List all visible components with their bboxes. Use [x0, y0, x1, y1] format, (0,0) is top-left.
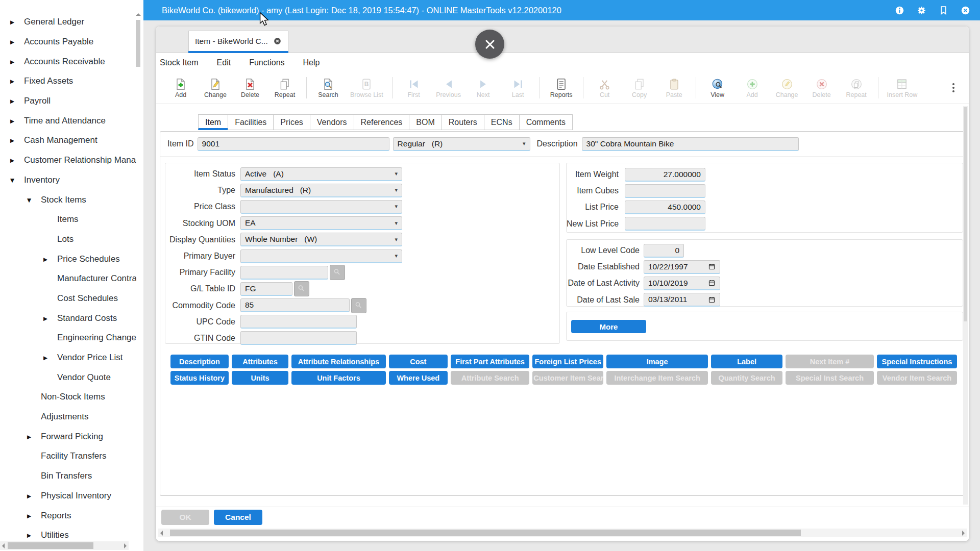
- chevron-right-icon[interactable]: ▶: [10, 118, 24, 124]
- document-tab[interactable]: Item - BikeWorld C...: [188, 31, 288, 51]
- sidebar-item-non-stock-items[interactable]: Non-Stock Items: [0, 387, 136, 407]
- tab-item[interactable]: Item: [198, 114, 228, 130]
- calendar-icon[interactable]: [708, 296, 716, 304]
- toolbar-reports-button[interactable]: Reports: [544, 77, 579, 99]
- chevron-right-icon[interactable]: ▶: [10, 98, 24, 104]
- chevron-right-icon[interactable]: ▶: [43, 315, 57, 321]
- new-list-price-input[interactable]: [625, 217, 705, 231]
- window-close-button[interactable]: [475, 30, 504, 59]
- scroll-right-icon[interactable]: [124, 543, 127, 548]
- sidebar-item-manufacturer-contra[interactable]: Manufacturer Contra: [0, 269, 136, 289]
- tab-comments[interactable]: Comments: [519, 114, 573, 130]
- tab-close-icon[interactable]: [273, 37, 282, 45]
- scrollbar-thumb[interactable]: [136, 20, 140, 67]
- attributes-button[interactable]: Attributes: [232, 355, 288, 368]
- chevron-right-icon[interactable]: ▶: [27, 532, 41, 538]
- sidebar-item-vendor-price-list[interactable]: ▶Vendor Price List: [0, 348, 136, 368]
- sidebar-item-reports[interactable]: ▶Reports: [0, 506, 136, 525]
- tab-facilities[interactable]: Facilities: [228, 114, 274, 130]
- primary-facility-input[interactable]: [240, 266, 328, 280]
- sidebar-item-items[interactable]: Items: [0, 210, 136, 230]
- special-instructions-button[interactable]: Special Instructions: [877, 355, 957, 368]
- sidebar-item-fixed-assets[interactable]: ▶Fixed Assets: [0, 71, 136, 91]
- status-history-button[interactable]: Status History: [170, 371, 229, 385]
- sidebar-item-bin-transfers[interactable]: Bin Transfers: [0, 466, 136, 486]
- tab-ecns[interactable]: ECNs: [484, 114, 520, 130]
- sidebar-horizontal-scrollbar[interactable]: [0, 541, 129, 550]
- scrollbar-thumb[interactable]: [964, 107, 967, 321]
- ok-button[interactable]: OK: [161, 510, 209, 525]
- item-cubes-input[interactable]: [625, 184, 705, 198]
- toolbar-add-button[interactable]: Add: [163, 77, 198, 99]
- chevron-right-icon[interactable]: ▶: [10, 19, 24, 25]
- primary-buyer-select[interactable]: ▾: [240, 249, 402, 263]
- sidebar-item-standard-costs[interactable]: ▶Standard Costs: [0, 308, 136, 328]
- gtin-code-input[interactable]: [240, 331, 357, 345]
- toolbar-search-button[interactable]: Search: [311, 77, 346, 99]
- sidebar-item-cash-management[interactable]: ▶Cash Management: [0, 131, 136, 151]
- chevron-right-icon[interactable]: ▶: [27, 434, 41, 440]
- type-select[interactable]: Manufactured (R)▾: [240, 184, 402, 197]
- tab-references[interactable]: References: [354, 114, 410, 130]
- more-options-icon[interactable]: [950, 81, 957, 94]
- sidebar-vertical-scrollbar[interactable]: [135, 13, 141, 67]
- list-price-input[interactable]: 450.0000: [625, 201, 705, 214]
- date-of-last-sale-input[interactable]: 03/13/2011: [644, 293, 720, 307]
- sidebar-item-accounts-payable[interactable]: ▶Accounts Payable: [0, 32, 136, 52]
- info-icon[interactable]: [894, 5, 905, 16]
- primary-facility-lookup-button[interactable]: [330, 265, 345, 280]
- toolbar-change-button[interactable]: Change: [198, 77, 233, 99]
- toolbar-repeat-button[interactable]: Repeat: [267, 77, 302, 99]
- chevron-down-icon[interactable]: ▼: [10, 177, 24, 183]
- stocking-uom-select[interactable]: EA▾: [240, 216, 402, 230]
- calendar-icon[interactable]: [708, 279, 716, 287]
- low-level-code-input[interactable]: 0: [644, 244, 684, 258]
- price-class-select[interactable]: ▾: [240, 200, 402, 214]
- sidebar-item-cost-schedules[interactable]: Cost Schedules: [0, 289, 136, 309]
- where-used-button[interactable]: Where Used: [389, 371, 448, 385]
- chevron-down-icon[interactable]: ▼: [27, 197, 41, 203]
- date-of-last-activity-input[interactable]: 10/10/2019: [644, 277, 720, 290]
- item-id-input[interactable]: 9001: [198, 137, 389, 151]
- menu-stock-item[interactable]: Stock Item: [160, 58, 208, 67]
- description-input[interactable]: 30" Cobra Mountain Bike: [582, 137, 799, 151]
- upc-code-input[interactable]: [240, 315, 357, 329]
- cost-button[interactable]: Cost: [389, 355, 448, 368]
- chevron-right-icon[interactable]: ▶: [43, 256, 57, 262]
- tab-bom[interactable]: BOM: [409, 114, 442, 130]
- sidebar-item-physical-inventory[interactable]: ▶Physical Inventory: [0, 486, 136, 506]
- chevron-right-icon[interactable]: ▶: [43, 355, 57, 361]
- toolbar-delete-button[interactable]: Delete: [233, 77, 267, 99]
- g-l-table-id-input[interactable]: FG: [240, 282, 292, 296]
- scroll-left-icon[interactable]: [2, 543, 5, 548]
- scrollbar-thumb[interactable]: [8, 542, 93, 549]
- unit-factors-button[interactable]: Unit Factors: [291, 371, 386, 385]
- item-weight-input[interactable]: 27.000000: [625, 168, 705, 182]
- tab-routers[interactable]: Routers: [442, 114, 484, 130]
- scrollbar-thumb[interactable]: [170, 530, 801, 536]
- cancel-button[interactable]: Cancel: [214, 510, 262, 525]
- chevron-right-icon[interactable]: ▶: [10, 137, 24, 143]
- scroll-right-icon[interactable]: [962, 531, 965, 536]
- sidebar-item-vendor-quote[interactable]: Vendor Quote: [0, 367, 136, 387]
- toolbar-view-button[interactable]: View: [700, 77, 735, 99]
- sidebar-item-inventory[interactable]: ▼Inventory: [0, 170, 136, 190]
- tab-prices[interactable]: Prices: [273, 114, 310, 130]
- display-quantities-select[interactable]: Whole Number (W)▾: [240, 233, 402, 246]
- more-button[interactable]: More: [571, 320, 646, 333]
- scroll-left-icon[interactable]: [160, 531, 163, 536]
- menu-functions[interactable]: Functions: [240, 58, 293, 67]
- attribute-relationships-button[interactable]: Attribute Relationships: [291, 355, 386, 368]
- sidebar-item-payroll[interactable]: ▶Payroll: [0, 91, 136, 111]
- g-l-table-id-lookup-button[interactable]: [294, 281, 309, 296]
- units-button[interactable]: Units: [232, 371, 288, 385]
- chevron-right-icon[interactable]: ▶: [10, 39, 24, 45]
- tab-vendors[interactable]: Vendors: [310, 114, 354, 130]
- sidebar-item-accounts-receivable[interactable]: ▶Accounts Receivable: [0, 52, 136, 71]
- first-part-attributes-button[interactable]: First Part Attributes: [451, 355, 529, 368]
- chevron-right-icon[interactable]: ▶: [10, 157, 24, 163]
- menu-edit[interactable]: Edit: [208, 58, 240, 67]
- commodity-code-lookup-button[interactable]: [351, 298, 366, 313]
- sidebar-item-lots[interactable]: Lots: [0, 230, 136, 249]
- sidebar-item-adjustments[interactable]: Adjustments: [0, 407, 136, 427]
